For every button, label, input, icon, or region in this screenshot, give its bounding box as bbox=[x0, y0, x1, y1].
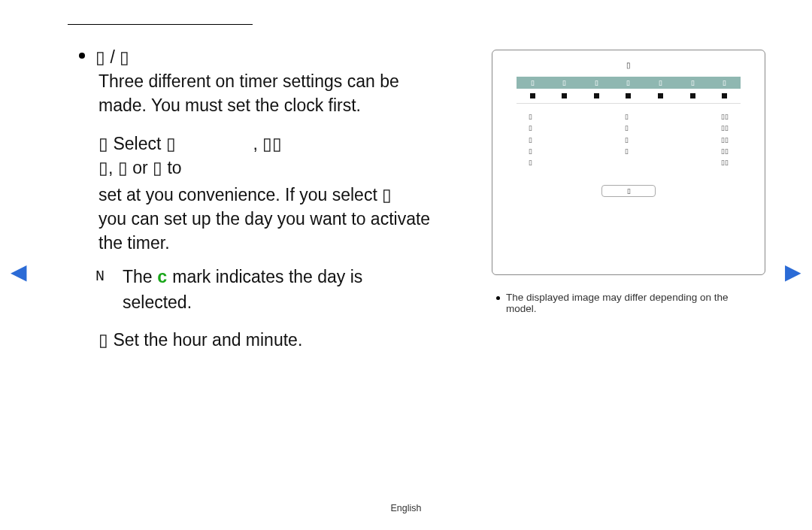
next-page-arrow[interactable]: ▶ bbox=[785, 262, 801, 283]
osd-row: ▯ ▯ ▯▯ bbox=[529, 123, 729, 134]
osd-close-label: ▯ bbox=[627, 187, 631, 195]
osd-days-marks bbox=[517, 89, 741, 104]
section-underline bbox=[68, 24, 253, 25]
osd-settings: ▯ ▯ ▯▯ ▯ ▯ ▯▯ ▯ ▯ ▯▯ ▯ ▯ ▯▯ ▯ ▯▯ bbox=[529, 111, 729, 168]
day-mark-icon bbox=[658, 93, 663, 98]
osd-row-right: ▯▯ bbox=[721, 111, 729, 123]
day-mark-icon bbox=[562, 93, 567, 98]
intro-line-2: made. You must set the clock first. bbox=[98, 93, 470, 117]
osd-row-left: ▯ bbox=[529, 123, 532, 134]
intro-line-1: Three different on timer settings can be bbox=[98, 69, 470, 93]
osd-row-right: ▯▯ bbox=[721, 146, 729, 157]
day-col: ▯ bbox=[708, 77, 741, 89]
osd-row-left: ▯ bbox=[529, 146, 532, 157]
osd-row: ▯ ▯ ▯▯ bbox=[529, 111, 729, 123]
bullet-icon bbox=[496, 296, 500, 300]
day-col: ▯ bbox=[677, 77, 709, 89]
bullet-icon bbox=[79, 53, 85, 59]
day-col: ▯ bbox=[644, 77, 677, 89]
check-mark-glyph: c bbox=[157, 268, 168, 288]
select-mid: , ▯▯ bbox=[253, 134, 283, 153]
note-text-post: mark indicates the day is bbox=[172, 267, 362, 286]
select-line-2: ▯, ▯ or ▯ to bbox=[98, 156, 470, 180]
day-col: ▯ bbox=[517, 77, 549, 89]
conv-line-2: you can set up the day you want to activ… bbox=[98, 207, 470, 231]
note-text-line-2: selected. bbox=[123, 290, 470, 314]
osd-row-mid: ▯ bbox=[625, 123, 629, 134]
osd-row-mid: ▯ bbox=[625, 146, 629, 157]
day-col: ▯ bbox=[580, 77, 613, 89]
main-content: ▯ / ▯ Three different on timer settings … bbox=[79, 45, 470, 352]
osd-disclaimer-text: The displayed image may differ depending… bbox=[506, 292, 759, 314]
day-mark-icon bbox=[722, 93, 727, 98]
osd-row-left: ▯ bbox=[529, 111, 532, 123]
conv-line-1: set at you convenience. If you select ▯ bbox=[98, 183, 470, 207]
bullet-title: ▯ / ▯ bbox=[95, 45, 129, 69]
osd-row-right: ▯▯ bbox=[721, 135, 729, 146]
prev-page-arrow[interactable]: ◀ bbox=[11, 262, 27, 283]
day-col: ▯ bbox=[613, 77, 645, 89]
day-mark-icon bbox=[626, 93, 631, 98]
osd-row-left: ▯ bbox=[529, 157, 532, 168]
osd-row-right: ▯▯ bbox=[721, 123, 729, 134]
osd-preview: ▯ ▯ ▯ ▯ ▯ ▯ ▯ ▯ ▯ ▯ ▯▯ ▯ ▯ bbox=[492, 50, 765, 275]
day-col: ▯ bbox=[549, 77, 581, 89]
day-mark-icon bbox=[530, 93, 535, 98]
osd-disclaimer: The displayed image may differ depending… bbox=[496, 292, 759, 314]
note-text-pre: The bbox=[123, 267, 157, 286]
day-mark-icon bbox=[594, 93, 599, 98]
osd-row-left: ▯ bbox=[529, 135, 532, 146]
osd-row: ▯ ▯ ▯▯ bbox=[529, 135, 729, 146]
osd-row-mid: ▯ bbox=[625, 111, 629, 123]
note-marker: N bbox=[95, 266, 105, 287]
footer-language: English bbox=[0, 503, 812, 513]
conv-line-3: the timer. bbox=[98, 231, 470, 255]
osd-close-button[interactable]: ▯ bbox=[601, 185, 656, 197]
osd-row-mid: ▯ bbox=[625, 135, 629, 146]
osd-days: ▯ ▯ ▯ ▯ ▯ ▯ ▯ bbox=[517, 77, 741, 104]
day-mark-icon bbox=[690, 93, 695, 98]
select-prefix: ▯ Select ▯ bbox=[98, 134, 176, 153]
osd-days-header: ▯ ▯ ▯ ▯ ▯ ▯ ▯ bbox=[517, 77, 741, 89]
time-label: ▯ Set the hour and minute. bbox=[98, 328, 470, 352]
osd-row-right: ▯▯ bbox=[721, 157, 729, 168]
osd-row: ▯ ▯ ▯▯ bbox=[529, 146, 729, 157]
osd-row: ▯ ▯▯ bbox=[529, 157, 729, 168]
osd-title: ▯ bbox=[506, 61, 751, 69]
